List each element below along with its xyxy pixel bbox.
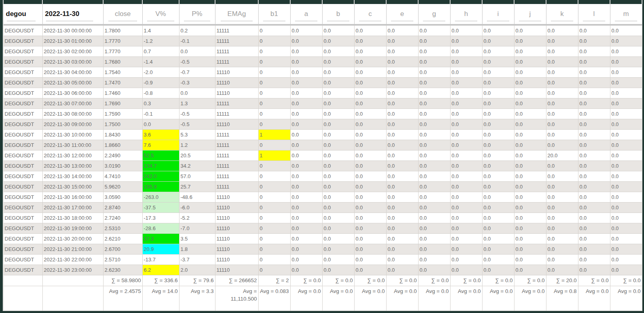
table-cell: 2022-11-30 14:00:00 (42, 171, 103, 182)
column-filter-input[interactable]: i (485, 4, 512, 24)
table-cell: 0.0 (546, 244, 578, 255)
table-cell: 0 (258, 265, 290, 275)
table-cell: 0.0 (290, 57, 322, 67)
table-cell: 0.0 (290, 88, 322, 98)
table-cell: 0.0 (482, 67, 514, 78)
table-cell: 0.0 (482, 161, 514, 171)
table-cell: 0.0 (610, 130, 642, 140)
table-cell: 0.0 (386, 109, 418, 119)
table-cell: 0.0 (386, 25, 418, 36)
table-cell: 2022-11-30 03:00:00 (42, 57, 103, 67)
column-filter-input[interactable]: j (517, 4, 544, 24)
top-bar-segment (610, 0, 642, 4)
avg-cell: Avg = 0.0 (482, 286, 514, 311)
sum-cell: ∑ = 0.0 (418, 275, 450, 286)
table-cell: 0.0 (322, 46, 354, 57)
table-cell: 0.7 (142, 46, 179, 57)
table-cell: 2022-11-30 01:00:00 (42, 36, 103, 46)
column-filter-input[interactable]: g (421, 4, 448, 24)
table-cell: 0.0 (546, 130, 578, 140)
table-cell: 0.0 (386, 203, 418, 213)
table-cell: -17.3 (142, 213, 179, 223)
table-cell: DEGOUSDT (3, 265, 42, 275)
table-cell: 1.8660 (103, 140, 142, 150)
table-cell: 1.8430 (103, 130, 142, 140)
column-filter-input[interactable]: k (549, 4, 576, 24)
table-cell: 0.0 (578, 265, 610, 275)
sum-cell: ∑ = 266652 (215, 275, 258, 286)
top-bar-segment (290, 0, 322, 4)
column-filter-input[interactable]: h (453, 4, 480, 24)
table-cell: 0 (258, 88, 290, 98)
table-cell: 0.0 (354, 46, 386, 57)
table-cell: 0.0 (354, 244, 386, 255)
table-row: DEGOUSDT2022-11-30 13:00:003.0190134.734… (3, 161, 642, 171)
column-filter-input[interactable]: b (325, 4, 352, 24)
column-filter-input[interactable]: l (581, 4, 608, 24)
column-filter-input[interactable]: EMAg (218, 4, 256, 24)
table-cell: 0.0 (418, 140, 450, 150)
table-cell: DEGOUSDT (3, 171, 42, 182)
column-filter-input[interactable]: V% (145, 4, 177, 24)
filter-value-text: degou (6, 7, 40, 18)
highlighted-cell-green: 134.7 (142, 161, 179, 171)
table-cell: 0.0 (418, 234, 450, 244)
table-cell: 11111 (215, 161, 258, 171)
table-cell: 0.0 (322, 223, 354, 234)
filter-underline (359, 21, 382, 21)
top-bar-segment (42, 0, 103, 4)
avg-cell: Avg = 0.0 (514, 286, 546, 311)
table-cell: 0.0 (386, 223, 418, 234)
column-filter-input[interactable]: close (106, 4, 140, 24)
filter-value-text: 2022-11-30 (45, 7, 101, 18)
table-cell: 0.0 (482, 88, 514, 98)
table-row: DEGOUSDT2022-11-30 15:00:005.9620195.925… (3, 182, 642, 192)
table-cell: 0 (258, 98, 290, 109)
table-cell: 0.0 (514, 109, 546, 119)
avg-cell: Avg = 3.3 (179, 286, 215, 311)
table-cell: 0.0 (450, 223, 482, 234)
filter-underline (423, 21, 446, 21)
table-cell: 0.0 (546, 161, 578, 171)
filter-placeholder-text: i (485, 7, 512, 18)
column-filter-input[interactable]: degou (6, 4, 40, 24)
table-cell: 11110 (215, 255, 258, 265)
table-cell: 0.0 (450, 140, 482, 150)
table-cell: 34.2 (179, 161, 215, 171)
table-cell: DEGOUSDT (3, 150, 42, 161)
table-cell: 0.0 (482, 109, 514, 119)
table-cell: 0.0 (450, 244, 482, 255)
column-filter-input[interactable]: 2022-11-30 (45, 4, 101, 24)
column-filter-input[interactable]: m (613, 4, 640, 24)
table-cell: 2022-11-30 04:00:00 (42, 67, 103, 78)
column-filter-input[interactable]: c (357, 4, 384, 24)
avg-cell: Avg = 0.0 (450, 286, 482, 311)
table-cell: 0.0 (482, 78, 514, 88)
column-filter-input[interactable]: P% (182, 4, 213, 24)
table-cell: -0.1 (179, 36, 215, 46)
table-cell: -1.4 (142, 57, 179, 67)
sum-cell: ∑ = 0.0 (578, 275, 610, 286)
filter-placeholder-text: g (421, 7, 448, 18)
table-cell: 11111 (215, 46, 258, 57)
table-cell: DEGOUSDT (3, 130, 42, 140)
table-cell: 0.0 (610, 36, 642, 46)
sum-cell: ∑ = 79.6 (179, 275, 215, 286)
table-cell: 0.0 (322, 255, 354, 265)
table-cell: 0.0 (482, 57, 514, 67)
column-filter-input[interactable]: e (389, 4, 416, 24)
table-cell: 2.0 (179, 265, 215, 275)
table-cell: 0.0 (546, 109, 578, 119)
table-cell: -48.6 (179, 192, 215, 203)
top-bar-segment (418, 0, 450, 4)
table-cell: -7.0 (179, 223, 215, 234)
table-cell: 0.0 (578, 140, 610, 150)
table-cell: 0 (258, 25, 290, 36)
table-cell: DEGOUSDT (3, 182, 42, 192)
column-filter-input[interactable]: b1 (261, 4, 288, 24)
table-cell: 11111 (215, 130, 258, 140)
column-filter-cell: EMAg (215, 4, 258, 25)
column-filter-input[interactable]: a (293, 4, 320, 24)
table-cell: 0.0 (354, 88, 386, 98)
table-cell: 0.0 (482, 130, 514, 140)
